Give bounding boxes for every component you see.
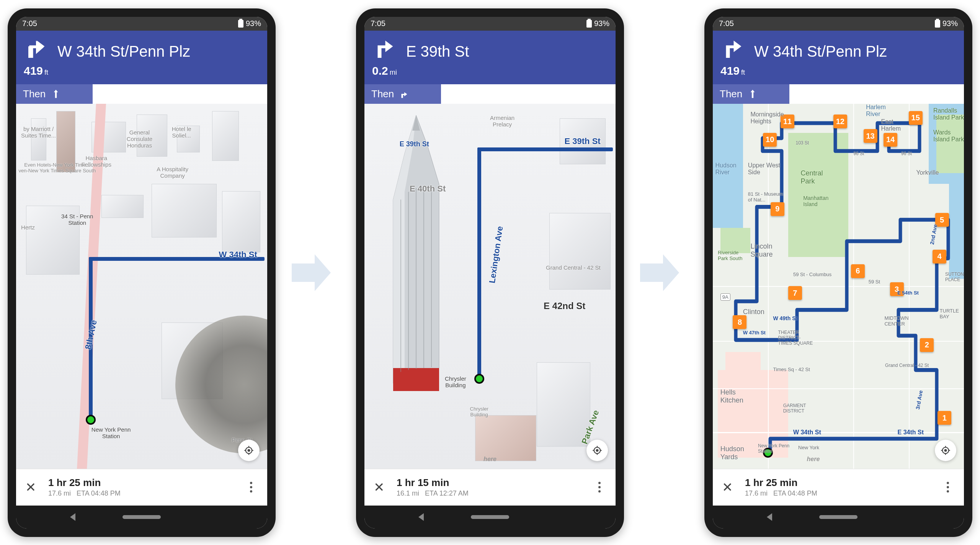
lbl-eharlem: East Harlem	[881, 118, 901, 132]
lbl-theater: THEATER DISTRICT- TIMES SQUARE	[778, 330, 813, 346]
more-button[interactable]	[593, 482, 606, 493]
lbl-wards: Wards Island Park	[933, 129, 964, 143]
nav-header[interactable]: 0.2 mi E 39th St	[364, 31, 616, 84]
waypoint-15[interactable]: 15	[909, 111, 923, 125]
lbl-times42: Times Sq - 42 St	[773, 367, 810, 372]
poi-hotel: Hotel le Soliel...	[172, 126, 191, 139]
street-name: W 34th St/Penn Plz	[57, 43, 190, 60]
lbl-w49: W 49th St	[773, 315, 797, 321]
waypoint-13[interactable]: 13	[864, 129, 877, 143]
label-e42: E 42nd St	[544, 301, 585, 311]
more-button[interactable]	[244, 482, 258, 493]
turn-right-icon	[373, 37, 396, 61]
straight-icon	[748, 89, 758, 99]
bottom-bar: ✕ 1 hr 25 min 17.6 mi ETA 04:48 PM	[713, 469, 964, 506]
recenter-button[interactable]	[586, 440, 608, 461]
status-bar: 7:05 93%	[364, 17, 616, 31]
android-back-button[interactable]	[70, 513, 75, 521]
phone-frame-2: 7:05 93% 0.2 mi E 39th St Then	[356, 8, 624, 537]
lbl-w34: W 34th St	[793, 429, 821, 436]
street-name: W 34th St/Penn Plz	[754, 43, 887, 60]
android-home-button[interactable]	[819, 515, 858, 519]
lbl-cpark: Central Park	[801, 169, 823, 185]
waypoint-4[interactable]: 4	[933, 250, 946, 263]
label-e39b: E 39th St	[565, 136, 601, 146]
then-bar[interactable]: Then	[713, 84, 789, 104]
label-e40: E 40th St	[410, 184, 446, 194]
flow-arrow-1	[287, 250, 333, 296]
lbl-nypenn: New York Penn Station	[758, 443, 789, 454]
android-home-button[interactable]	[122, 515, 161, 519]
waypoint-9[interactable]: 9	[771, 202, 784, 216]
screen-2: 7:05 93% 0.2 mi E 39th St Then	[364, 17, 616, 529]
android-back-button[interactable]	[767, 513, 772, 521]
waypoint-2[interactable]: 2	[920, 338, 934, 352]
current-location-marker	[474, 374, 484, 384]
android-nav-bar	[713, 506, 964, 529]
poi-consulate: General Consulate Honduras	[127, 129, 153, 149]
lbl-103: 103 St	[795, 140, 809, 146]
map-view[interactable]: W 34th St 8th Ave 34 St - Penn Station N…	[16, 104, 267, 469]
then-label: Then	[720, 88, 742, 100]
lbl-randalls: Randalls Island Park	[933, 107, 964, 121]
turn-right-icon	[24, 37, 47, 61]
lbl-sutton: SUTTON PLACE	[945, 272, 964, 282]
distance-value: 419	[720, 64, 740, 77]
trip-eta: ETA 04:48 PM	[773, 489, 817, 497]
phone-frame-3: 7:05 93% 419 ft W 34th St/Penn Plz Then	[704, 8, 972, 537]
recenter-button[interactable]	[238, 440, 260, 461]
map-view[interactable]: E 39th St E 39th St E 40th St E 42nd St …	[364, 104, 616, 469]
lbl-riverside: Riverside Park South	[718, 250, 742, 261]
waypoint-14[interactable]: 14	[884, 133, 897, 147]
waypoint-12[interactable]: 12	[833, 115, 847, 128]
android-home-button[interactable]	[471, 515, 509, 519]
trip-eta: ETA 04:48 PM	[77, 489, 121, 497]
nav-header[interactable]: 419 ft W 34th St/Penn Plz	[713, 31, 964, 84]
flow-arrow-2	[635, 250, 681, 296]
lbl-clinton: Clinton	[743, 308, 764, 316]
poi-penn-station: 34 St - Penn Station	[61, 213, 93, 226]
poi-nyp: New York Penn Station	[91, 426, 131, 439]
then-bar[interactable]: Then	[364, 84, 441, 104]
lbl-hyards: Hudson Yards	[720, 445, 744, 461]
nav-header[interactable]: 419 ft W 34th St/Penn Plz	[16, 31, 267, 84]
poi-marriott: by Marriott / Suites Time...	[21, 126, 56, 139]
lbl-ny: New York	[798, 445, 819, 450]
then-label: Then	[23, 88, 46, 100]
trip-distance: 16.1 mi	[397, 489, 419, 497]
poi-chrysler: Chrysler Building	[445, 375, 466, 388]
here-attribution: here	[807, 456, 820, 463]
then-bar[interactable]: Then	[16, 84, 93, 104]
lbl-museum: 81 St - Museum of Nat...	[748, 191, 783, 203]
svg-rect-8	[393, 368, 439, 391]
more-button[interactable]	[941, 482, 955, 493]
close-button[interactable]: ✕	[722, 480, 737, 495]
android-nav-bar	[364, 506, 616, 529]
lbl-lincoln: Lincoln Square	[750, 242, 773, 259]
close-button[interactable]: ✕	[374, 480, 389, 495]
trip-time: 1 hr 25 min	[48, 477, 244, 489]
lbl-e34: E 34th St	[898, 429, 924, 436]
lbl-59: 59 St	[869, 279, 880, 285]
lbl-hudson: Hudson River	[715, 162, 737, 176]
android-back-button[interactable]	[418, 513, 424, 521]
svg-point-1	[248, 449, 250, 451]
chrysler-building-3d	[378, 115, 454, 399]
poi-chrysler2: Chrysler Building	[470, 406, 488, 417]
lbl-morningside: Morningside Heights	[750, 111, 784, 125]
waypoint-10[interactable]: 10	[763, 133, 777, 147]
close-button[interactable]: ✕	[25, 480, 41, 495]
screen-3: 7:05 93% 419 ft W 34th St/Penn Plz Then	[713, 17, 964, 529]
waypoint-1[interactable]: 1	[938, 411, 951, 425]
battery-icon	[238, 20, 243, 28]
lbl-col59: 59 St - Columbus	[793, 272, 831, 277]
recenter-button[interactable]	[935, 440, 956, 461]
straight-icon	[51, 89, 61, 99]
map-view[interactable]: 1 2 3 4 5 6 7 8 9 10 11 12 13 14 15 Huds…	[713, 104, 964, 469]
distance-unit: mi	[390, 69, 397, 77]
waypoint-7[interactable]: 7	[788, 286, 802, 300]
waypoint-8[interactable]: 8	[733, 315, 746, 329]
waypoint-6[interactable]: 6	[851, 264, 865, 278]
poi-gct: Grand Central - 42 St	[546, 264, 601, 271]
poi-armenian: Armenian Prelacy	[490, 115, 514, 128]
